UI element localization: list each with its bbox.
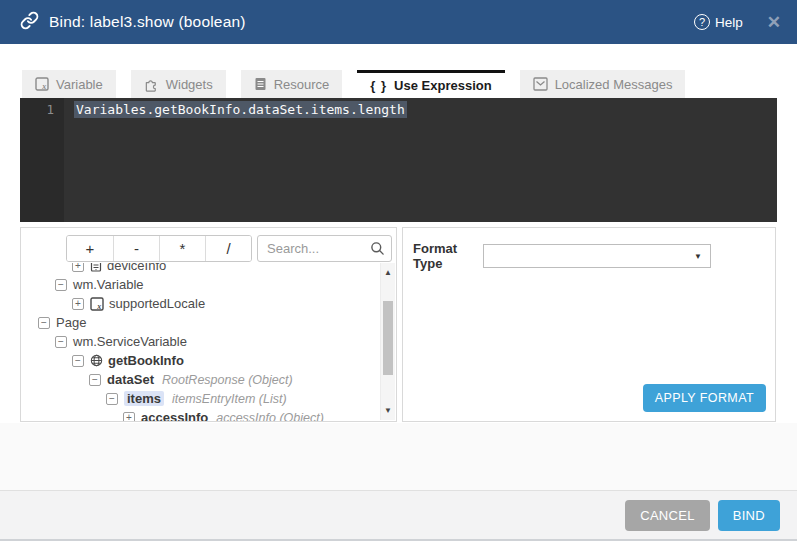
- tree-node-type: accessInfo (Object): [216, 411, 324, 422]
- tree-node-supportedLocale[interactable]: +xsupportedLocale: [21, 294, 379, 313]
- collapse-icon[interactable]: −: [38, 317, 50, 329]
- tree-node-label[interactable]: deviceInfo: [107, 263, 166, 273]
- operator-button-multiply[interactable]: *: [159, 236, 205, 261]
- tree-node-items[interactable]: −itemsitemsEntryItem (List): [21, 389, 379, 408]
- expand-icon[interactable]: +: [72, 263, 84, 272]
- format-type-row: Format Type ▼: [413, 241, 775, 271]
- tab-widgets[interactable]: Widgets: [131, 70, 226, 98]
- tab-variable[interactable]: xVariable: [22, 70, 116, 98]
- localized-messages-icon: [533, 77, 548, 91]
- scrollbar-thumb[interactable]: [383, 301, 393, 375]
- format-type-select[interactable]: ▼: [483, 244, 711, 268]
- variable-icon: x: [90, 297, 104, 311]
- close-icon[interactable]: ✕: [767, 14, 781, 31]
- tab-resource[interactable]: Resource: [241, 70, 343, 98]
- tree-node-Page[interactable]: −Page: [21, 313, 379, 332]
- svg-text:x: x: [41, 82, 46, 91]
- expand-icon[interactable]: +: [72, 298, 84, 310]
- tree-node-label[interactable]: wm.ServiceVariable: [73, 334, 187, 349]
- widgets-icon: [144, 77, 159, 92]
- apply-format-button[interactable]: APPLY FORMAT: [643, 384, 766, 412]
- tab-label: Variable: [56, 77, 103, 92]
- variable-icon: x: [35, 77, 49, 91]
- device-icon: [90, 263, 102, 272]
- search-box: [257, 235, 392, 262]
- tab-label: Localized Messages: [555, 77, 673, 92]
- tree-node-getBookInfo[interactable]: −getBookInfo: [21, 351, 379, 370]
- tree-node-type: RootResponse (Object): [162, 373, 293, 387]
- operator-button-divide[interactable]: /: [205, 236, 251, 261]
- bind-tree: +deviceInfo−wm.Variable+xsupportedLocale…: [21, 263, 379, 421]
- tab-localized-messages[interactable]: Localized Messages: [520, 70, 686, 98]
- line-number: 1: [46, 102, 54, 117]
- dialog-header: Bind: label3.show (boolean) ? Help ✕: [0, 0, 797, 44]
- help-button[interactable]: ? Help: [694, 14, 743, 30]
- collapse-icon[interactable]: −: [55, 279, 67, 291]
- expression-editor[interactable]: 1 Variables.getBookInfo.dataSet.items.le…: [20, 98, 777, 222]
- dialog-title: Bind: label3.show (boolean): [49, 13, 694, 31]
- tree-node-label[interactable]: items: [124, 391, 164, 406]
- format-panel: Format Type ▼ APPLY FORMAT: [402, 227, 776, 422]
- help-label: Help: [715, 15, 743, 30]
- collapse-icon[interactable]: −: [106, 393, 118, 405]
- scroll-down-icon[interactable]: ▼: [381, 403, 395, 418]
- chevron-down-icon: ▼: [694, 252, 702, 261]
- bind-dialog: Bind: label3.show (boolean) ? Help ✕ xVa…: [0, 0, 797, 541]
- expression-text[interactable]: Variables.getBookInfo.dataSet.items.leng…: [74, 101, 407, 118]
- collapse-icon[interactable]: −: [72, 355, 84, 367]
- collapse-icon[interactable]: −: [89, 374, 101, 386]
- bind-tabs: xVariableWidgetsResource{ }Use Expressio…: [22, 70, 685, 98]
- svg-text:x: x: [96, 301, 101, 310]
- tree-node-label[interactable]: wm.Variable: [73, 277, 144, 292]
- expression-line[interactable]: Variables.getBookInfo.dataSet.items.leng…: [74, 102, 407, 117]
- tree-node-label[interactable]: Page: [56, 315, 86, 330]
- link-icon: [20, 11, 39, 34]
- globe-icon: [90, 354, 103, 367]
- scroll-up-icon[interactable]: ▲: [381, 265, 395, 280]
- tab-label: Widgets: [166, 77, 213, 92]
- tree-node-label[interactable]: supportedLocale: [109, 296, 205, 311]
- format-type-value: [484, 245, 710, 249]
- expand-icon[interactable]: +: [123, 412, 135, 422]
- tree-node-wm.Variable[interactable]: −wm.Variable: [21, 275, 379, 294]
- tree-node-label[interactable]: getBookInfo: [108, 353, 184, 368]
- resource-icon: [254, 77, 267, 91]
- cancel-button[interactable]: CANCEL: [625, 500, 710, 531]
- search-icon: [370, 241, 385, 260]
- format-type-label: Format Type: [413, 241, 483, 271]
- tree-node-label[interactable]: accessInfo: [141, 410, 208, 421]
- dialog-lower-area: [0, 423, 797, 490]
- tree-node-label[interactable]: dataSet: [107, 372, 154, 387]
- tab-use-expression[interactable]: { }Use Expression: [357, 70, 504, 98]
- bind-button[interactable]: BIND: [718, 500, 780, 531]
- tab-label: Resource: [274, 77, 330, 92]
- tree-node-accessInfo[interactable]: +accessInfoaccessInfo (Object): [21, 408, 379, 421]
- tree-node-deviceInfo[interactable]: +deviceInfo: [21, 263, 379, 275]
- tree-node-type: itemsEntryItem (List): [172, 392, 287, 406]
- operator-group: +-*/: [66, 235, 252, 262]
- braces-icon: { }: [370, 78, 387, 93]
- editor-gutter: 1: [20, 98, 64, 222]
- operator-button-minus[interactable]: -: [113, 236, 159, 261]
- tree-scrollbar[interactable]: ▲ ▼: [380, 263, 395, 420]
- collapse-icon[interactable]: −: [55, 336, 67, 348]
- operator-button-plus[interactable]: +: [67, 236, 113, 261]
- expression-toolbar: +-*/: [66, 235, 392, 262]
- variable-tree-panel: +-*/ +deviceInfo−wm.Variable+xsupportedL…: [20, 227, 397, 422]
- dialog-footer: CANCEL BIND: [0, 490, 797, 539]
- tree-node-wm.ServiceVariable[interactable]: −wm.ServiceVariable: [21, 332, 379, 351]
- help-icon: ?: [694, 14, 710, 30]
- tree-node-dataSet[interactable]: −dataSetRootResponse (Object): [21, 370, 379, 389]
- tab-label: Use Expression: [394, 78, 492, 93]
